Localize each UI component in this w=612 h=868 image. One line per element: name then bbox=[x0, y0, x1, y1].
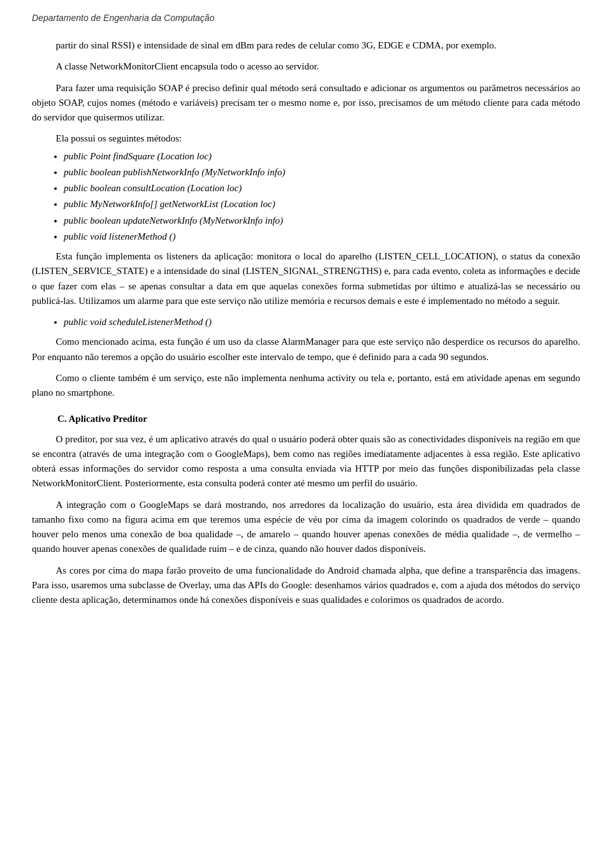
paragraph-7: O preditor, por sua vez, é um aplicativo… bbox=[32, 432, 580, 491]
method-item-2: public boolean publishNetworkInfo (MyNet… bbox=[64, 165, 580, 180]
section-c: C. Aplicativo Preditor bbox=[57, 412, 580, 426]
page-header: Departamento de Engenharia da Computação bbox=[32, 13, 580, 23]
method-text-6: public void listenerMethod () bbox=[64, 231, 175, 242]
method-text-7: public void scheduleListenerMethod () bbox=[64, 317, 212, 327]
method-text-1: public Point findSquare (Location loc) bbox=[64, 151, 212, 161]
method-text-5: public boolean updateNetworkInfo (MyNetw… bbox=[64, 215, 283, 226]
method-item-4: public MyNetworkInfo[] getNetworkList (L… bbox=[64, 197, 580, 212]
paragraph-1: partir do sinal RSSI) e intensidade de s… bbox=[32, 38, 580, 53]
method-list: public Point findSquare (Location loc) p… bbox=[64, 149, 580, 245]
section-c-title: Aplicativo Preditor bbox=[69, 414, 147, 424]
method-item-3: public boolean consultLocation (Location… bbox=[64, 181, 580, 196]
main-content: partir do sinal RSSI) e intensidade de s… bbox=[32, 38, 580, 607]
method-text-3: public boolean consultLocation (Location… bbox=[64, 183, 242, 193]
method-item-6: public void listenerMethod () bbox=[64, 229, 580, 244]
paragraph-4: Esta função implementa os listeners da a… bbox=[32, 249, 580, 308]
paragraph-6: Como o cliente também é um serviço, este… bbox=[32, 371, 580, 401]
paragraph-3: Para fazer uma requisição SOAP é preciso… bbox=[32, 81, 580, 126]
method-item-7: public void scheduleListenerMethod () bbox=[64, 315, 580, 329]
method-text-4: public MyNetworkInfo[] getNetworkList (L… bbox=[64, 199, 275, 209]
paragraph-5: Como mencionado acima, esta função é um … bbox=[32, 335, 580, 365]
paragraph-2: A classe NetworkMonitorClient encapsula … bbox=[32, 59, 580, 74]
section-c-label: C. bbox=[57, 414, 69, 424]
methods-intro: Ela possui os seguintes métodos: bbox=[32, 131, 580, 146]
method-text-2: public boolean publishNetworkInfo (MyNet… bbox=[64, 167, 285, 177]
section-c-heading: C. Aplicativo Preditor bbox=[57, 412, 580, 426]
method-list-2: public void scheduleListenerMethod () bbox=[64, 315, 580, 329]
paragraph-8: A integração com o GoogleMaps se dará mo… bbox=[32, 498, 580, 557]
paragraph-9: As cores por cima do mapa farão proveito… bbox=[32, 563, 580, 608]
method-item-5: public boolean updateNetworkInfo (MyNetw… bbox=[64, 213, 580, 228]
department-title: Departamento de Engenharia da Computação bbox=[32, 13, 214, 23]
method-item-1: public Point findSquare (Location loc) bbox=[64, 149, 580, 164]
